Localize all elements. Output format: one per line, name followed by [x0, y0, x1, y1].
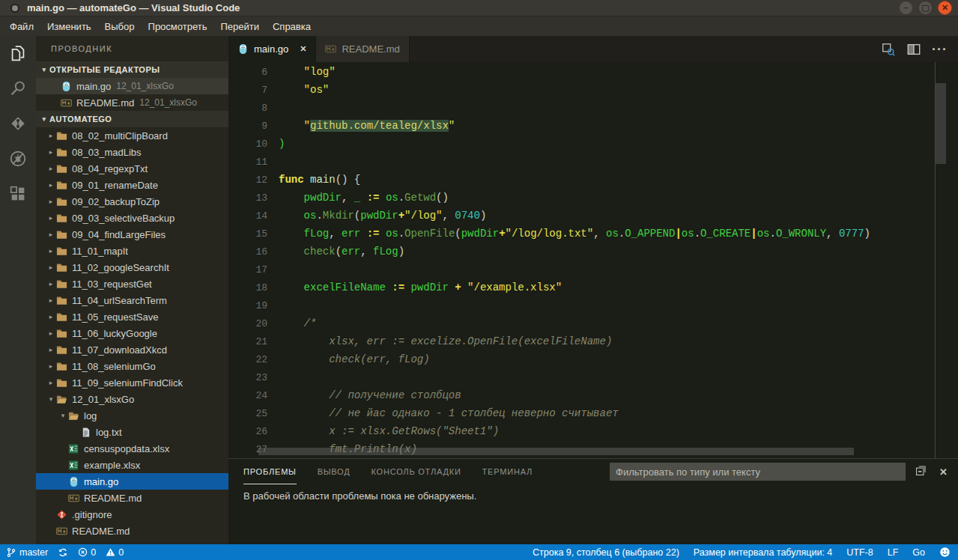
- tree-item-11_04_urlSearchTerm[interactable]: ▸11_04_urlSearchTerm: [36, 292, 228, 308]
- source-control-icon[interactable]: [8, 114, 28, 133]
- tree-item-log.txt[interactable]: log.txt: [36, 424, 228, 440]
- tree-item-log[interactable]: ▾log: [36, 407, 228, 424]
- maximize-button[interactable]: ▢: [918, 1, 933, 15]
- explorer-icon[interactable]: [8, 43, 28, 63]
- panel-tab-КОНСОЛЬ ОТЛАДКИ[interactable]: КОНСОЛЬ ОТЛАДКИ: [371, 459, 461, 484]
- open-editors-header[interactable]: ▾ ОТКРЫТЫЕ РЕДАКТОРЫ: [36, 61, 228, 78]
- tree-item-09_04_findLargeFiles[interactable]: ▸09_04_findLargeFiles: [36, 226, 228, 243]
- status-item-LF[interactable]: LF: [888, 547, 899, 558]
- go-file-icon: [237, 43, 249, 55]
- close-panel-icon[interactable]: ✕: [939, 466, 948, 478]
- split-editor-icon[interactable]: [906, 42, 921, 57]
- file-label: 11_09_seleniumFindClick: [72, 377, 183, 389]
- chevron-down-icon: ▾: [39, 61, 49, 78]
- tab-README.md[interactable]: README.md: [316, 36, 409, 62]
- project-section-header[interactable]: ▾ AUTOMATEGO: [36, 111, 228, 127]
- problems-message: В рабочей области проблемы пока не обнар…: [228, 484, 958, 502]
- file-tree: ▸08_02_multiClipBoard▸08_03_madLibs▸08_0…: [36, 127, 228, 539]
- open-preview-icon[interactable]: [881, 42, 896, 57]
- tree-item-README.md[interactable]: README.md: [36, 523, 228, 539]
- tree-item-09_01_renameDate[interactable]: ▸09_01_renameDate: [36, 177, 228, 193]
- editor-vertical-scrollbar[interactable]: [936, 83, 946, 164]
- status-item-UTF-8[interactable]: UTF-8: [846, 547, 873, 558]
- panel-tab-ВЫВОД[interactable]: ВЫВОД: [318, 459, 351, 484]
- panel-tab-bar: ПРОБЛЕМЫВЫВОДКОНСОЛЬ ОТЛАДКИТЕРМИНАЛ ✕: [228, 459, 958, 484]
- titlebar[interactable]: main.go — automateGo — Visual Studio Cod…: [0, 0, 958, 16]
- tree-item-09_02_backupToZip[interactable]: ▸09_02_backupToZip: [36, 193, 228, 210]
- line-number: 9: [228, 121, 267, 132]
- status-item-0[interactable]: 0: [78, 547, 96, 558]
- file-label: 12_01_xlsxGo: [72, 394, 134, 405]
- tree-item-09_03_selectiveBackup[interactable]: ▸09_03_selectiveBackup: [36, 210, 228, 226]
- file-label: log.txt: [96, 427, 122, 438]
- menu-Файл[interactable]: Файл: [3, 18, 40, 35]
- tree-item-example.xlsx[interactable]: example.xlsx: [36, 457, 228, 473]
- minimize-button[interactable]: –: [899, 1, 913, 15]
- tree-item-11_09_seleniumFindClick[interactable]: ▸11_09_seleniumFindClick: [36, 374, 228, 391]
- tree-item-08_03_madLibs[interactable]: ▸08_03_madLibs: [36, 144, 228, 160]
- panel-tab-ПРОБЛЕМЫ[interactable]: ПРОБЛЕМЫ: [243, 459, 297, 484]
- extensions-icon[interactable]: [8, 184, 28, 204]
- status-item-Go[interactable]: Go: [912, 547, 925, 558]
- status-item-0[interactable]: 0: [106, 547, 124, 558]
- menu-Выбор[interactable]: Выбор: [98, 18, 142, 35]
- tree-item-11_08_seleniumGo[interactable]: ▸11_08_seleniumGo: [36, 358, 228, 374]
- tree-item-.gitignore[interactable]: .gitignore: [36, 506, 228, 523]
- menu-Изменить[interactable]: Изменить: [40, 18, 98, 35]
- open-editor-README.md[interactable]: README.md12_01_xlsxGo: [36, 94, 228, 111]
- status-item-Строка 9, столбец 6 (выбрано 22)[interactable]: Строка 9, столбец 6 (выбрано 22): [533, 547, 679, 558]
- file-label: 11_06_luckyGoogle: [72, 328, 157, 339]
- tree-item-11_07_downloadXkcd[interactable]: ▸11_07_downloadXkcd: [36, 341, 228, 358]
- tree-item-11_01_mapIt[interactable]: ▸11_01_mapIt: [36, 243, 228, 259]
- tree-item-11_03_requestGet[interactable]: ▸11_03_requestGet: [36, 276, 228, 292]
- code-line-16: 16 check(err, fLog): [228, 243, 958, 261]
- file-label: 11_03_requestGet: [72, 279, 152, 290]
- smiley-icon: [939, 547, 951, 558]
- tab-label: README.md: [342, 43, 399, 55]
- editor-horizontal-scrollbar[interactable]: [258, 448, 854, 455]
- more-actions-icon[interactable]: ···: [932, 46, 948, 53]
- tree-item-main.go[interactable]: main.go: [36, 473, 228, 490]
- status-label: Go: [912, 547, 925, 558]
- folder-icon: [55, 179, 68, 191]
- menu-Просмотреть[interactable]: Просмотреть: [142, 18, 214, 35]
- problems-filter-input[interactable]: [610, 463, 906, 481]
- error-icon: [78, 547, 88, 557]
- search-icon[interactable]: [8, 79, 28, 98]
- close-button[interactable]: ✕: [938, 1, 952, 15]
- tree-item-README.md[interactable]: README.md: [36, 490, 228, 506]
- line-content: func main() {: [279, 174, 360, 186]
- chevron-right-icon: ▸: [46, 214, 55, 222]
- code-editor[interactable]: 6 "log"7 "os"89 "github.com/tealeg/xlsx"…: [228, 62, 958, 458]
- tree-item-11_05_requestSave[interactable]: ▸11_05_requestSave: [36, 308, 228, 325]
- code-line-21: 21 xlsx, err := excelize.OpenFile(excelF…: [228, 332, 958, 350]
- tree-item-11_06_luckyGoogle[interactable]: ▸11_06_luckyGoogle: [36, 325, 228, 341]
- panel-tab-ТЕРМИНАЛ[interactable]: ТЕРМИНАЛ: [482, 459, 533, 484]
- status-item-sync-icon[interactable]: [58, 547, 68, 558]
- folder-icon: [55, 294, 68, 306]
- chevron-right-icon: ▸: [46, 181, 55, 189]
- tree-item-11_02_googleSearchIt[interactable]: ▸11_02_googleSearchIt: [36, 259, 228, 276]
- status-item-master[interactable]: master: [6, 547, 48, 558]
- open-editor-main.go[interactable]: main.go12_01_xlsxGo: [36, 78, 228, 94]
- debug-icon[interactable]: [8, 149, 28, 168]
- menu-Справка[interactable]: Справка: [266, 18, 318, 35]
- editor-tab-bar: main.go✕README.md ···: [228, 36, 958, 62]
- chevron-right-icon: ▸: [46, 296, 55, 304]
- tree-item-censuspopdata.xlsx[interactable]: censuspopdata.xlsx: [36, 440, 228, 457]
- menu-Перейти[interactable]: Перейти: [213, 18, 266, 35]
- chevron-right-icon: ▸: [46, 132, 55, 139]
- tree-item-08_04_regexpTxt[interactable]: ▸08_04_regexpTxt: [36, 160, 228, 177]
- code-line-10: 10): [228, 135, 958, 153]
- tab-main.go[interactable]: main.go✕: [228, 36, 316, 62]
- close-tab-icon[interactable]: ✕: [300, 44, 306, 54]
- line-content: check(err, fLog): [279, 246, 404, 258]
- maximize-panel-icon[interactable]: [915, 464, 927, 480]
- status-item-smiley-icon[interactable]: [939, 547, 951, 558]
- tree-item-08_02_multiClipBoard[interactable]: ▸08_02_multiClipBoard: [36, 127, 228, 144]
- markdown-file-icon: [60, 97, 73, 109]
- tree-item-12_01_xlsxGo[interactable]: ▾12_01_xlsxGo: [36, 391, 228, 407]
- status-item-Размер интервала табуляции: 4[interactable]: Размер интервала табуляции: 4: [694, 547, 832, 558]
- status-right: Строка 9, столбец 6 (выбрано 22)Размер и…: [518, 547, 951, 558]
- folder-icon: [55, 344, 68, 356]
